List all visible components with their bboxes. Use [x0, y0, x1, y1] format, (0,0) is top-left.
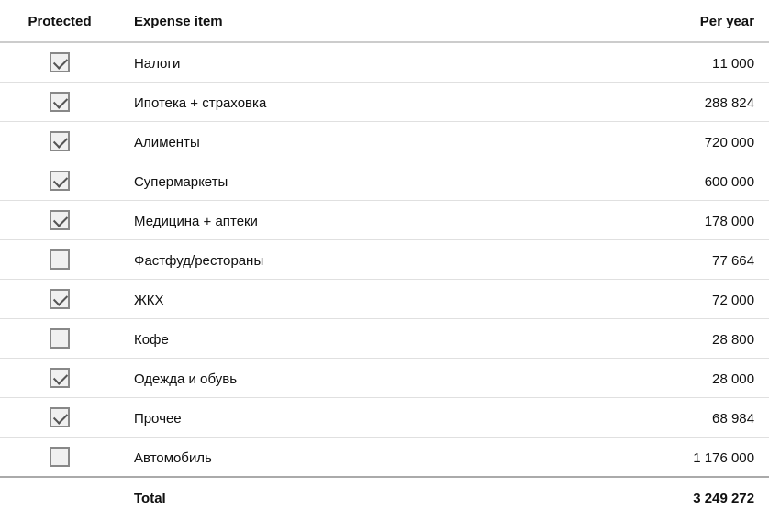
expense-item-label: Налоги	[119, 42, 514, 83]
per-year-value: 68 984	[514, 398, 769, 438]
total-empty-cell	[0, 477, 119, 517]
per-year-value: 178 000	[514, 201, 769, 240]
checkbox-checked[interactable]	[50, 92, 70, 112]
checkbox-cell[interactable]	[0, 359, 119, 398]
per-year-value: 72 000	[514, 280, 769, 319]
expense-item-label: Ипотека + страховка	[119, 83, 514, 122]
per-year-value: 720 000	[514, 122, 769, 161]
per-year-value: 1 176 000	[514, 438, 769, 478]
total-value: 3 249 272	[514, 477, 769, 517]
expense-item-label: Медицина + аптеки	[119, 201, 514, 240]
checkbox-unchecked[interactable]	[50, 249, 70, 270]
expense-item-label: Одежда и обувь	[119, 359, 514, 398]
table-row: Налоги11 000	[0, 42, 769, 83]
checkbox-checked[interactable]	[50, 289, 70, 309]
table-row: Автомобиль1 176 000	[0, 438, 769, 478]
checkbox-checked[interactable]	[50, 368, 70, 388]
table-row: Фастфуд/рестораны77 664	[0, 240, 769, 280]
checkbox-checked[interactable]	[50, 407, 70, 427]
expense-item-label: Кофе	[119, 319, 514, 359]
checkbox-checked[interactable]	[50, 171, 70, 191]
per-year-value: 600 000	[514, 161, 769, 201]
total-label: Total	[119, 477, 514, 517]
checkbox-cell[interactable]	[0, 240, 119, 280]
checkbox-cell[interactable]	[0, 42, 119, 83]
checkbox-cell[interactable]	[0, 201, 119, 240]
expense-item-label: Прочее	[119, 398, 514, 438]
checkbox-unchecked[interactable]	[50, 447, 70, 467]
header-expense-item: Expense item	[119, 0, 514, 42]
per-year-value: 77 664	[514, 240, 769, 280]
checkbox-checked[interactable]	[50, 52, 70, 72]
expense-item-label: ЖКХ	[119, 280, 514, 319]
per-year-value: 28 000	[514, 359, 769, 398]
expense-item-label: Супермаркеты	[119, 161, 514, 201]
expense-table: Protected Expense item Per year Налоги11…	[0, 0, 769, 517]
table-row: Супермаркеты600 000	[0, 161, 769, 201]
table-row: ЖКХ72 000	[0, 280, 769, 319]
checkbox-cell[interactable]	[0, 83, 119, 122]
table-row: Ипотека + страховка288 824	[0, 83, 769, 122]
table-row: Прочее68 984	[0, 398, 769, 438]
header-protected: Protected	[0, 0, 119, 42]
expense-item-label: Алименты	[119, 122, 514, 161]
table-row: Одежда и обувь28 000	[0, 359, 769, 398]
table-row: Алименты720 000	[0, 122, 769, 161]
checkbox-checked[interactable]	[50, 210, 70, 230]
table-row: Медицина + аптеки178 000	[0, 201, 769, 240]
checkbox-cell[interactable]	[0, 280, 119, 319]
checkbox-cell[interactable]	[0, 398, 119, 438]
per-year-value: 28 800	[514, 319, 769, 359]
expense-item-label: Автомобиль	[119, 438, 514, 478]
checkbox-cell[interactable]	[0, 319, 119, 359]
expense-item-label: Фастфуд/рестораны	[119, 240, 514, 280]
table-row: Кофе28 800	[0, 319, 769, 359]
total-row: Total3 249 272	[0, 477, 769, 517]
checkbox-unchecked[interactable]	[50, 328, 70, 349]
checkbox-checked[interactable]	[50, 131, 70, 151]
checkbox-cell[interactable]	[0, 122, 119, 161]
checkbox-cell[interactable]	[0, 438, 119, 478]
per-year-value: 288 824	[514, 83, 769, 122]
checkbox-cell[interactable]	[0, 161, 119, 201]
table-header-row: Protected Expense item Per year	[0, 0, 769, 42]
header-per-year: Per year	[514, 0, 769, 42]
per-year-value: 11 000	[514, 42, 769, 83]
